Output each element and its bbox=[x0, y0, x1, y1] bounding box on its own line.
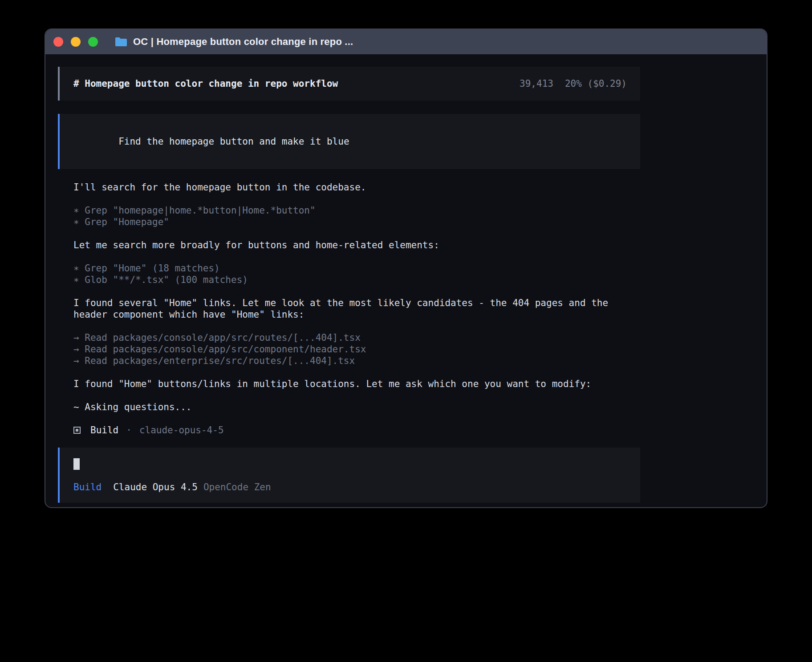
tool-read-header: → Read packages/console/app/src/componen… bbox=[73, 343, 640, 355]
tool-glob-tsx: ∗ Glob "**/*.tsx" (100 matches) bbox=[73, 274, 640, 286]
terminal-content: # Homepage button color change in repo w… bbox=[45, 54, 640, 508]
agent-status: Build · claude-opus-4-5 bbox=[73, 424, 640, 436]
agent-model-id: claude-opus-4-5 bbox=[139, 424, 224, 436]
assistant-asking-questions: ~ Asking questions... bbox=[73, 401, 640, 413]
tool-grep-home: ∗ Grep "Home" (18 matches) bbox=[73, 262, 640, 274]
window-title: OC | Homepage button color change in rep… bbox=[133, 36, 353, 48]
tool-grep-homepage-button: ∗ Grep "homepage|home.*button|Home.*butt… bbox=[73, 205, 640, 216]
input-provider: OpenCode Zen bbox=[203, 481, 271, 493]
session-title: # Homepage button color change in repo w… bbox=[73, 78, 338, 89]
assistant-text-search: I'll search for the homepage button in t… bbox=[73, 182, 640, 193]
input-meta: Build Claude Opus 4.5 OpenCode Zen bbox=[73, 481, 627, 493]
session-stats: 39,413 20% ($0.29) bbox=[520, 78, 627, 89]
context-cost: 20% ($0.29) bbox=[565, 78, 627, 89]
token-count: 39,413 bbox=[520, 78, 553, 89]
text-cursor bbox=[73, 458, 80, 470]
minimize-window-button[interactable] bbox=[71, 37, 81, 47]
input-model: Claude Opus 4.5 bbox=[113, 481, 198, 493]
input-mode: Build bbox=[73, 481, 102, 493]
session-header: # Homepage button color change in repo w… bbox=[58, 67, 640, 101]
folder-icon bbox=[114, 36, 128, 47]
agent-build-icon bbox=[73, 427, 81, 434]
tool-grep-homepage: ∗ Grep "Homepage" bbox=[73, 216, 640, 228]
zoom-window-button[interactable] bbox=[88, 37, 98, 47]
agent-name: Build bbox=[90, 424, 118, 436]
assistant-text-broaden: Let me search more broadly for buttons a… bbox=[73, 239, 640, 251]
window-titlebar[interactable]: OC | Homepage button color change in rep… bbox=[45, 29, 767, 54]
terminal-window: OC | Homepage button color change in rep… bbox=[45, 28, 767, 508]
user-message-text: Find the homepage button and make it blu… bbox=[118, 136, 349, 147]
assistant-text-ask: I found "Home" buttons/links in multiple… bbox=[73, 378, 640, 390]
prompt-input[interactable]: Build Claude Opus 4.5 OpenCode Zen bbox=[58, 448, 640, 503]
tool-read-enterprise-404: → Read packages/enterprise/src/routes/[.… bbox=[73, 355, 640, 367]
tool-read-console-404: → Read packages/console/app/src/routes/[… bbox=[73, 332, 640, 343]
user-message: Find the homepage button and make it blu… bbox=[58, 114, 640, 169]
transcript: I'll search for the homepage button in t… bbox=[58, 182, 640, 436]
assistant-text-candidates: I found several "Home" links. Let me loo… bbox=[73, 297, 640, 320]
dot-separator: · bbox=[126, 424, 132, 436]
close-window-button[interactable] bbox=[53, 37, 63, 47]
